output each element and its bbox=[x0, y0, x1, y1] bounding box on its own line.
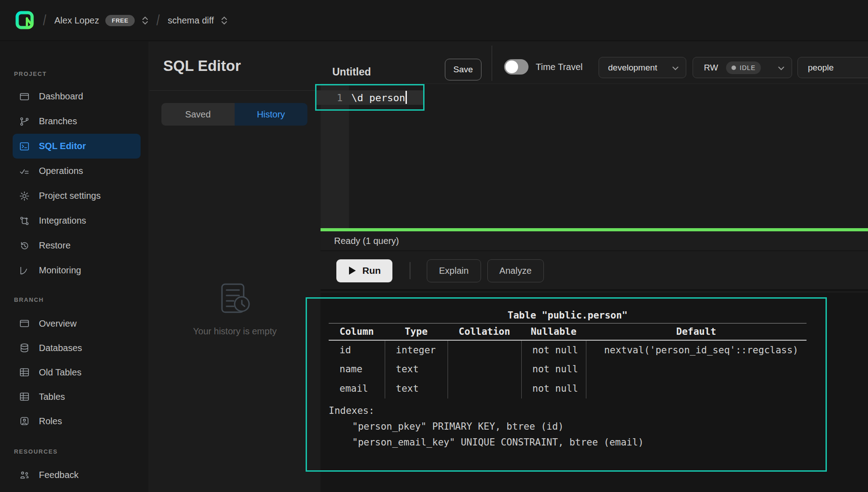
cell: id bbox=[329, 340, 385, 360]
sidebar-item-tables[interactable]: Tables bbox=[0, 384, 149, 409]
cell bbox=[586, 379, 807, 398]
cell bbox=[586, 360, 807, 379]
database-selector[interactable]: people bbox=[797, 57, 868, 78]
code-editor[interactable] bbox=[321, 84, 868, 228]
roles-user-icon bbox=[19, 416, 30, 426]
branch-selector-value: development bbox=[608, 63, 657, 73]
analyze-button[interactable]: Analyze bbox=[487, 259, 544, 282]
sidebar-item-branches[interactable]: Branches bbox=[0, 109, 149, 134]
sidebar-item-dashboard[interactable]: Dashboard bbox=[0, 84, 149, 109]
branch-icon bbox=[19, 116, 30, 127]
editor-gutter bbox=[321, 84, 349, 228]
compute-label: RW bbox=[704, 63, 718, 73]
sidebar-section-resources: RESOURCES bbox=[0, 447, 149, 456]
column-header: Column bbox=[329, 323, 385, 340]
cell: not null bbox=[521, 340, 586, 360]
sidebar-item-restore[interactable]: Restore bbox=[0, 233, 149, 258]
sidebar-item-project-settings[interactable]: Project settings bbox=[0, 183, 149, 208]
monitoring-chart-icon bbox=[19, 265, 30, 276]
app-window: / Alex Lopez FREE / schema diff PROJECT … bbox=[0, 0, 868, 492]
result-table-title: Table "public.person" bbox=[329, 308, 807, 323]
sidebar-item-integrations[interactable]: Integrations bbox=[0, 208, 149, 233]
sidebar-item-overview[interactable]: Overview bbox=[0, 311, 149, 336]
line-number: 1 bbox=[321, 92, 343, 103]
query-title[interactable]: Untitled bbox=[332, 66, 371, 78]
cell: text bbox=[385, 360, 448, 379]
status-text: Ready (1 query) bbox=[334, 236, 399, 246]
neon-logo-icon[interactable] bbox=[15, 10, 35, 30]
sidebar-item-label: Monitoring bbox=[39, 265, 81, 276]
column-header: Nullable bbox=[521, 323, 586, 340]
dashboard-icon bbox=[19, 91, 30, 102]
run-button-label: Run bbox=[363, 265, 381, 276]
sql-editor-panel-header: SQL Editor bbox=[150, 42, 320, 91]
database-selector-value: people bbox=[808, 63, 834, 73]
button-divider bbox=[410, 262, 410, 279]
cell: integer bbox=[385, 340, 448, 360]
status-dot-icon bbox=[731, 66, 736, 70]
breadcrumb-separator: / bbox=[156, 12, 160, 29]
cell: not null bbox=[521, 379, 586, 398]
header-divider bbox=[491, 46, 492, 81]
sidebar-item-feedback[interactable]: Feedback bbox=[0, 463, 149, 487]
chevron-down-icon bbox=[778, 63, 784, 73]
index-entry: "person_email_key" UNIQUE CONSTRAINT, bt… bbox=[329, 435, 807, 450]
results-panel: Table "public.person" Column Type Collat… bbox=[321, 293, 868, 492]
feedback-people-icon bbox=[19, 470, 30, 481]
sidebar-item-old-tables[interactable]: Old Tables bbox=[0, 360, 149, 384]
sidebar-item-label: Old Tables bbox=[39, 367, 81, 378]
compute-selector[interactable]: RW IDLE bbox=[693, 57, 792, 78]
save-button[interactable]: Save bbox=[445, 59, 481, 80]
tab-history[interactable]: History bbox=[235, 103, 308, 126]
time-travel-toggle[interactable] bbox=[504, 59, 528, 75]
chevron-down-icon bbox=[672, 63, 679, 73]
table-row: email text not null bbox=[329, 379, 807, 398]
sidebar-item-sql-editor[interactable]: SQL Editor bbox=[13, 134, 141, 159]
org-switcher-chevrons-icon[interactable] bbox=[142, 16, 148, 25]
column-header: Type bbox=[385, 323, 448, 340]
page-title: SQL Editor bbox=[163, 57, 241, 75]
sidebar-item-roles[interactable]: Roles bbox=[0, 409, 149, 433]
sidebar-item-label: Databases bbox=[39, 343, 82, 353]
sidebar-item-operations[interactable]: Operations bbox=[0, 159, 149, 183]
history-empty-message: Your history is empty bbox=[150, 326, 320, 337]
sidebar-section-project: PROJECT bbox=[0, 70, 149, 79]
cell bbox=[448, 340, 521, 360]
cell: nextval('person_id_seq'::regclass) bbox=[586, 340, 807, 360]
compute-status-text: IDLE bbox=[740, 64, 755, 71]
query-progress-bar bbox=[321, 228, 868, 231]
status-bar: Ready (1 query) bbox=[321, 231, 868, 251]
project-switcher-chevrons-icon[interactable] bbox=[221, 16, 227, 25]
cell bbox=[448, 360, 521, 379]
plan-badge: FREE bbox=[105, 15, 135, 26]
table-icon bbox=[19, 367, 30, 378]
gear-icon bbox=[19, 191, 30, 201]
sidebar-item-label: Dashboard bbox=[39, 91, 83, 102]
branch-selector[interactable]: development bbox=[599, 57, 686, 78]
tab-saved[interactable]: Saved bbox=[161, 103, 235, 126]
toggle-knob bbox=[505, 61, 518, 73]
sidebar-item-label: Operations bbox=[39, 166, 83, 176]
sidebar-section-branch: BRANCH bbox=[0, 295, 149, 305]
table-row: name text not null bbox=[329, 360, 807, 379]
database-icon bbox=[19, 342, 30, 353]
breadcrumb-project[interactable]: schema diff bbox=[168, 15, 214, 26]
text-cursor bbox=[406, 91, 407, 104]
breadcrumb-separator: / bbox=[43, 12, 46, 29]
action-bar: Run Explain Analyze bbox=[321, 252, 868, 291]
sidebar-item-databases[interactable]: Databases bbox=[0, 336, 149, 360]
run-button[interactable]: Run bbox=[336, 259, 392, 282]
integrations-icon bbox=[19, 216, 30, 226]
result-table: Column Type Collation Nullable Default i… bbox=[329, 323, 807, 398]
explain-button[interactable]: Explain bbox=[427, 259, 481, 282]
cell bbox=[448, 379, 521, 398]
sidebar-nav: PROJECT Dashboard Branches SQL Editor Op… bbox=[0, 42, 149, 492]
sidebar-item-label: Restore bbox=[39, 240, 71, 251]
sidebar-item-label: Project settings bbox=[39, 191, 101, 201]
sidebar-item-label: Overview bbox=[39, 319, 76, 329]
time-travel-label: Time Travel bbox=[536, 62, 583, 72]
code-text[interactable]: \d person bbox=[351, 92, 405, 103]
sidebar-item-monitoring[interactable]: Monitoring bbox=[0, 258, 149, 283]
overview-icon bbox=[19, 318, 30, 329]
breadcrumb-org[interactable]: Alex Lopez bbox=[54, 15, 99, 26]
